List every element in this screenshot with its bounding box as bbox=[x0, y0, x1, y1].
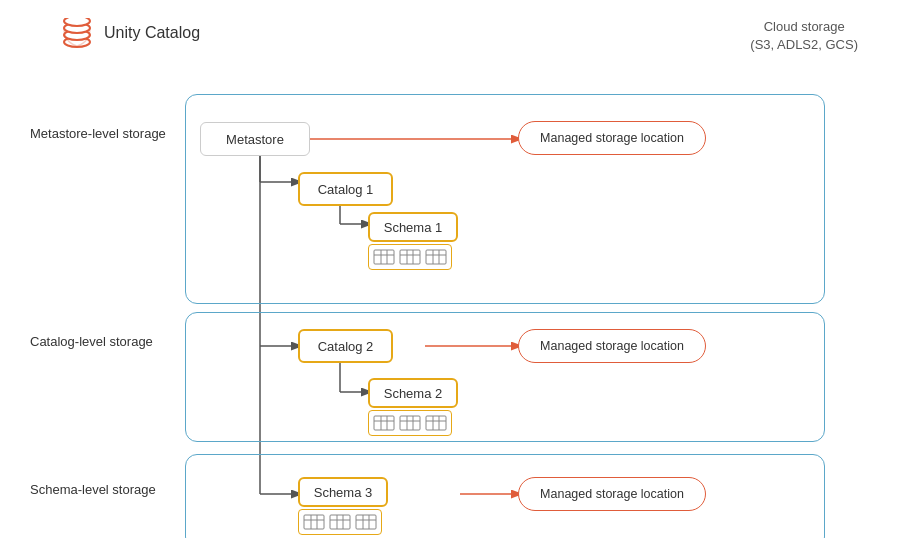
table-icon-6 bbox=[425, 415, 447, 431]
unity-catalog-logo-icon bbox=[60, 18, 94, 48]
row-label-metastore: Metastore-level storage bbox=[30, 126, 166, 141]
svg-rect-44 bbox=[330, 515, 350, 529]
schema2-tables bbox=[368, 410, 452, 436]
managed-location-3: Managed storage location bbox=[518, 477, 706, 511]
svg-rect-20 bbox=[400, 250, 420, 264]
svg-point-3 bbox=[64, 18, 90, 26]
table-icon-1 bbox=[373, 249, 395, 265]
table-icon-9 bbox=[355, 514, 377, 530]
cloud-storage-label: Cloud storage (S3, ADLS2, GCS) bbox=[750, 18, 858, 54]
header: Unity Catalog Cloud storage (S3, ADLS2, … bbox=[0, 0, 918, 54]
header-left: Unity Catalog bbox=[60, 18, 200, 48]
schema1-tables bbox=[368, 244, 452, 270]
schema3-node: Schema 3 bbox=[298, 477, 388, 507]
svg-rect-48 bbox=[356, 515, 376, 529]
catalog2-node: Catalog 2 bbox=[298, 329, 393, 363]
metastore-node: Metastore bbox=[200, 122, 310, 156]
diagram: Metastore-level storage Catalog-level st… bbox=[30, 64, 888, 538]
svg-rect-16 bbox=[374, 250, 394, 264]
row-label-schema: Schema-level storage bbox=[30, 482, 156, 497]
table-icon-4 bbox=[373, 415, 395, 431]
app-title: Unity Catalog bbox=[104, 24, 200, 42]
table-icon-2 bbox=[399, 249, 421, 265]
schema1-node: Schema 1 bbox=[368, 212, 458, 242]
svg-rect-24 bbox=[426, 250, 446, 264]
row-label-catalog: Catalog-level storage bbox=[30, 334, 153, 349]
cloud-storage-title: Cloud storage bbox=[750, 18, 858, 36]
table-icon-3 bbox=[425, 249, 447, 265]
svg-rect-32 bbox=[400, 416, 420, 430]
cloud-storage-sub: (S3, ADLS2, GCS) bbox=[750, 36, 858, 54]
schema2-node: Schema 2 bbox=[368, 378, 458, 408]
catalog1-node: Catalog 1 bbox=[298, 172, 393, 206]
managed-location-1: Managed storage location bbox=[518, 121, 706, 155]
svg-rect-28 bbox=[374, 416, 394, 430]
table-icon-7 bbox=[303, 514, 325, 530]
svg-rect-36 bbox=[426, 416, 446, 430]
section-box-schema bbox=[185, 454, 825, 538]
svg-rect-40 bbox=[304, 515, 324, 529]
schema3-tables bbox=[298, 509, 382, 535]
section-box-catalog bbox=[185, 312, 825, 442]
table-icon-5 bbox=[399, 415, 421, 431]
table-icon-8 bbox=[329, 514, 351, 530]
managed-location-2: Managed storage location bbox=[518, 329, 706, 363]
